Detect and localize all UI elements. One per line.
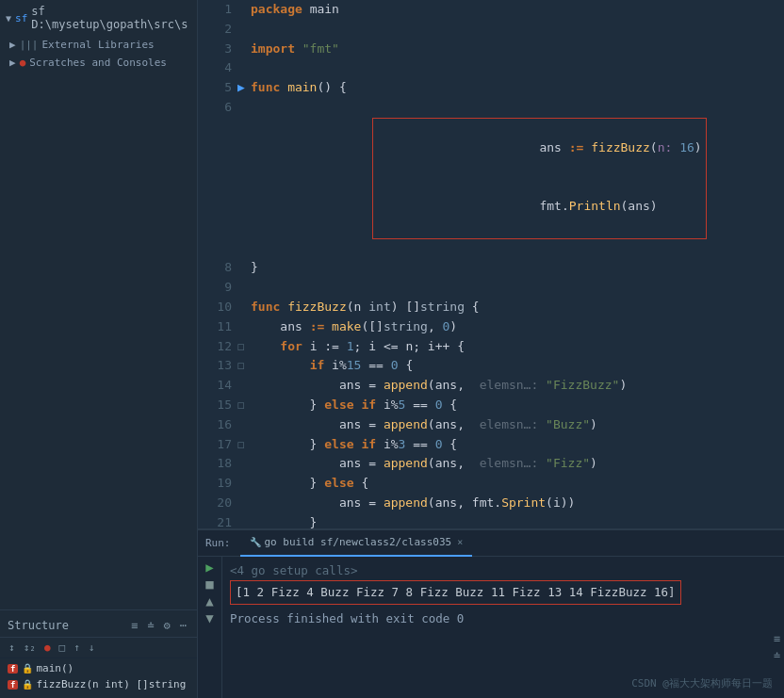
run-tabs: Run: 🔧 go build sf/newclass2/class035 × xyxy=(198,530,784,557)
down-icon[interactable]: ↓ xyxy=(86,641,98,655)
line-content-4 xyxy=(251,58,784,78)
structure-item-main[interactable]: f 🔒 main() xyxy=(0,660,197,676)
gutter-8 xyxy=(232,258,251,278)
line-num-21: 21 xyxy=(198,513,232,528)
sidebar-item-scratches[interactable]: ▶ ● Scratches and Consoles xyxy=(0,54,197,72)
code-line-10: 10 func fizzBuzz(n int) []string { xyxy=(198,298,784,317)
code-line-5: 5 ▶ func main() { xyxy=(198,78,784,98)
code-line-3: 3 import "fmt" xyxy=(198,40,784,59)
code-line-8: 8 } xyxy=(198,258,784,278)
line-num-3: 3 xyxy=(198,40,232,59)
line-content-6: ans := fizzBuzz(n: 16) fmt.Println(ans) xyxy=(251,98,784,258)
line-num-19: 19 xyxy=(198,474,232,494)
line-content-15: } else if i%5 == 0 { xyxy=(251,396,784,415)
structure-more-icon[interactable]: ⋯ xyxy=(177,618,189,633)
scratches-label: Scratches and Consoles xyxy=(29,57,167,69)
line-num-15: 15 xyxy=(198,396,232,415)
line-content-11: ans := make([]string, 0) xyxy=(251,317,784,337)
line-content-18: ans = append(ans, elemsn…: "Fizz") xyxy=(251,454,784,474)
gutter-6 xyxy=(232,98,251,258)
output-exit-row: Process finished with exit code 0 xyxy=(230,609,776,628)
up-icon[interactable]: ↑ xyxy=(71,641,83,655)
line-content-12: for i := 1; i <= n; i++ { xyxy=(251,337,784,357)
line-content-20: ans = append(ans, fmt.Sprint(i)) xyxy=(251,494,784,513)
line-content-2 xyxy=(251,20,784,40)
code-line-4: 4 xyxy=(198,58,784,78)
folder-icon: sf xyxy=(15,12,27,24)
structure-icon-group: ≡ ≐ ⚙ ⋯ xyxy=(128,618,189,633)
sidebar-folder[interactable]: ▼ sf sf D:\mysetup\gopath\src\s xyxy=(0,0,197,36)
filter-icon[interactable]: ● xyxy=(41,641,54,655)
folder-arrow-icon: ▼ xyxy=(6,13,11,24)
code-editor[interactable]: 1 package main 2 3 xyxy=(198,0,784,528)
code-line-14: 14 ans = append(ans, elemsn…: "FizzBuzz"… xyxy=(198,376,784,396)
line-content-9 xyxy=(251,278,784,298)
code-line-15: 15 ◻ } else if i%5 == 0 { xyxy=(198,396,784,415)
structure-panel: Structure ≡ ≐ ⚙ ⋯ ↕ ↕₂ ● □ ↑ ↓ xyxy=(0,609,197,698)
gutter-21 xyxy=(232,513,251,528)
structure-settings-icon[interactable]: ⚙ xyxy=(161,618,173,633)
line-num-14: 14 xyxy=(198,376,232,396)
gutter-18 xyxy=(232,454,251,474)
code-line-1: 1 package main xyxy=(198,0,784,20)
structure-list-icon[interactable]: ≡ xyxy=(128,618,140,633)
line-num-9: 9 xyxy=(198,278,232,298)
filter-output-icon[interactable]: ≐ xyxy=(774,649,780,662)
gutter-4 xyxy=(232,58,251,78)
line-num-20: 20 xyxy=(198,494,232,513)
gutter-1 xyxy=(232,0,251,20)
structure-header: Structure ≡ ≐ ⚙ ⋯ xyxy=(0,614,197,638)
code-line-17: 17 ◻ } else if i%3 == 0 { xyxy=(198,435,784,455)
line-content-21: } xyxy=(251,513,784,528)
code-table: 1 package main 2 3 xyxy=(198,0,784,528)
wrap-text-icon[interactable]: ≡ xyxy=(774,632,780,645)
run-tab-main[interactable]: 🔧 go build sf/newclass2/class035 × xyxy=(240,530,473,557)
structure-toolbar: ↕ ↕₂ ● □ ↑ ↓ xyxy=(0,638,197,658)
main-area: ▼ sf sf D:\mysetup\gopath\src\s ▶ ||| Ex… xyxy=(0,0,784,698)
gutter-10 xyxy=(232,298,251,317)
code-line-11: 11 ans := make([]string, 0) xyxy=(198,317,784,337)
sort-alpha-icon[interactable]: ↕ xyxy=(6,641,18,655)
line-content-16: ans = append(ans, elemsn…: "Buzz") xyxy=(251,415,784,435)
gutter-11 xyxy=(232,317,251,337)
run-play-button[interactable]: ▶ xyxy=(205,560,213,574)
output-exit-text: Process finished with exit code 0 xyxy=(230,611,464,625)
external-arrow-icon: ▶ xyxy=(9,39,16,51)
external-label: External Libraries xyxy=(42,39,155,51)
line-num-18: 18 xyxy=(198,454,232,474)
line-content-1: package main xyxy=(251,0,784,20)
line-content-13: if i%15 == 0 { xyxy=(251,356,784,376)
sidebar: ▼ sf sf D:\mysetup\gopath\src\s ▶ ||| Ex… xyxy=(0,0,198,698)
line-content-14: ans = append(ans, elemsn…: "FizzBuzz") xyxy=(251,376,784,396)
line-num-4: 4 xyxy=(198,58,232,78)
structure-item-fizzbuzz[interactable]: f 🔒 fizzBuzz(n int) []string xyxy=(0,676,197,692)
gutter-17: ◻ xyxy=(232,435,251,455)
gutter-14 xyxy=(232,376,251,396)
line-content-8: } xyxy=(251,258,784,278)
run-tab-icon: 🔧 xyxy=(250,537,261,547)
output-prev-text: <4 go setup calls> xyxy=(230,563,357,577)
bottom-panel: Run: 🔧 go build sf/newclass2/class035 × … xyxy=(198,528,784,698)
line-content-17: } else if i%3 == 0 { xyxy=(251,435,784,455)
line-num-10: 10 xyxy=(198,298,232,317)
file-icon[interactable]: □ xyxy=(57,641,69,655)
main-badge: f xyxy=(8,664,18,674)
gutter-12: ◻ xyxy=(232,337,251,357)
line-num-12: 12 xyxy=(198,337,232,357)
structure-sort-icon[interactable]: ≐ xyxy=(144,618,156,633)
lib-icon: ||| xyxy=(20,39,39,51)
sidebar-item-external[interactable]: ▶ ||| External Libraries xyxy=(0,36,197,54)
line-content-19: } else { xyxy=(251,474,784,494)
scratches-dot-icon: ● xyxy=(20,57,26,69)
code-line-9: 9 xyxy=(198,278,784,298)
scroll-down-button[interactable]: ▼ xyxy=(205,611,213,625)
structure-items: f 🔒 main() f 🔒 fizzBuzz(n int) []string xyxy=(0,658,197,694)
run-stop-button[interactable]: ■ xyxy=(205,577,213,591)
code-line-20: 20 ans = append(ans, fmt.Sprint(i)) xyxy=(198,494,784,513)
code-line-18: 18 ans = append(ans, elemsn…: "Fizz") xyxy=(198,454,784,474)
sort-type-icon[interactable]: ↕₂ xyxy=(21,641,39,655)
run-tab-close-icon[interactable]: × xyxy=(457,537,463,547)
line-num-6: 6 xyxy=(198,98,232,258)
fizzbuzz-label: fizzBuzz(n int) []string xyxy=(36,678,186,690)
scroll-up-button[interactable]: ▲ xyxy=(205,594,213,608)
